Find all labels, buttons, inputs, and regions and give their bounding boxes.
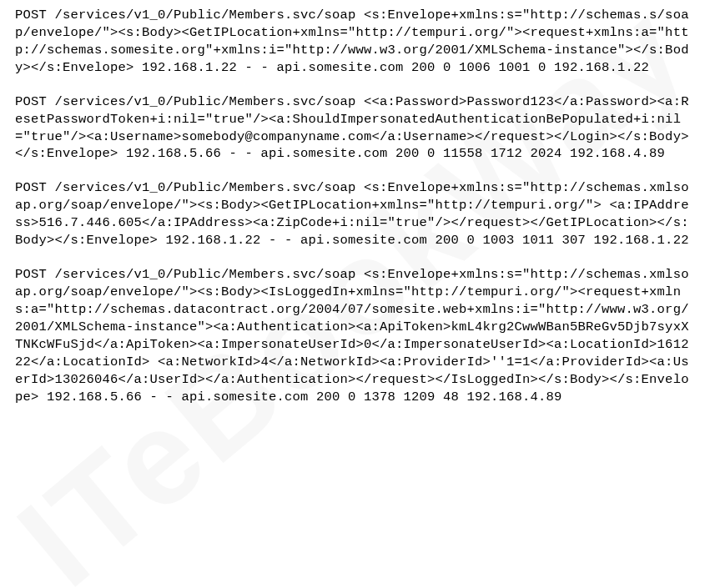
log-entry: POST /services/v1_0/Public/Members.svc/s… [15,266,690,405]
log-entry: POST /services/v1_0/Public/Members.svc/s… [15,93,690,163]
log-entry: POST /services/v1_0/Public/Members.svc/s… [15,179,690,249]
log-container: POST /services/v1_0/Public/Members.svc/s… [15,7,690,405]
log-entry: POST /services/v1_0/Public/Members.svc/s… [15,7,690,77]
